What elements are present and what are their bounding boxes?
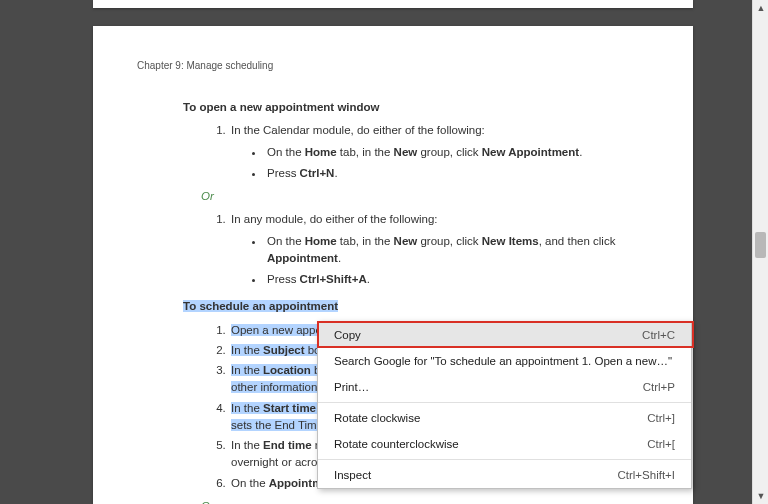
menu-label: Rotate clockwise [334,409,420,427]
list-item-text: In any module, do either of the followin… [231,213,438,225]
or-label: Or [201,498,649,504]
selected-text: sets the End Time t [231,419,329,431]
menu-shortcut: Ctrl+] [647,409,675,427]
selected-text: other information t [231,381,324,393]
or-label: Or [201,188,649,205]
context-menu-item-search[interactable]: Search Google for "To schedule an appoin… [318,348,691,374]
menu-label: Inspect [334,466,371,484]
list-item: On the Home tab, in the New group, click… [265,233,649,268]
menu-separator [318,402,691,403]
menu-shortcut: Ctrl+[ [647,435,675,453]
procedure-list-1b: In any module, do either of the followin… [217,211,649,288]
context-menu-item-copy[interactable]: Copy Ctrl+C [318,322,691,348]
context-menu: Copy Ctrl+C Search Google for "To schedu… [317,321,692,489]
menu-separator [318,459,691,460]
context-menu-item-print[interactable]: Print… Ctrl+P [318,374,691,400]
menu-shortcut: Ctrl+P [643,378,675,396]
list-item-text: In the Calendar module, do either of the… [231,124,485,136]
list-item: In any module, do either of the followin… [229,211,649,288]
menu-label: Rotate counterclockwise [334,435,459,453]
section-title: To open a new appointment window [183,99,649,116]
sub-bullets: On the Home tab, in the New group, click… [253,144,649,183]
sub-bullets: On the Home tab, in the New group, click… [253,233,649,289]
context-menu-item-rotate-cw[interactable]: Rotate clockwise Ctrl+] [318,405,691,431]
menu-shortcut: Ctrl+Shift+I [617,466,675,484]
scroll-up-arrow-icon[interactable]: ▲ [753,0,768,16]
list-item: Press Ctrl+Shift+A. [265,271,649,288]
list-item: On the Home tab, in the New group, click… [265,144,649,161]
chapter-header: Chapter 9: Manage scheduling [137,58,649,73]
previous-page-edge [93,0,693,8]
context-menu-item-rotate-ccw[interactable]: Rotate counterclockwise Ctrl+[ [318,431,691,457]
list-item: In the Calendar module, do either of the… [229,122,649,182]
pdf-viewer-background: Chapter 9: Manage scheduling To open a n… [0,0,768,504]
menu-label: Copy [334,326,361,344]
list-item: Press Ctrl+N. [265,165,649,182]
vertical-scrollbar[interactable]: ▲ ▼ [752,0,768,504]
scroll-thumb[interactable] [755,232,766,258]
selected-text: In the Subject box, [231,344,329,356]
scroll-down-arrow-icon[interactable]: ▼ [753,488,768,504]
section-title: To schedule an appointment [183,298,649,315]
menu-shortcut: Ctrl+C [642,326,675,344]
selected-text: To schedule an appointment [183,300,338,312]
selected-text: In the Start time ro [231,402,329,414]
menu-label: Search Google for "To schedule an appoin… [334,352,672,370]
menu-label: Print… [334,378,369,396]
procedure-list-1: In the Calendar module, do either of the… [217,122,649,182]
context-menu-item-inspect[interactable]: Inspect Ctrl+Shift+I [318,462,691,488]
